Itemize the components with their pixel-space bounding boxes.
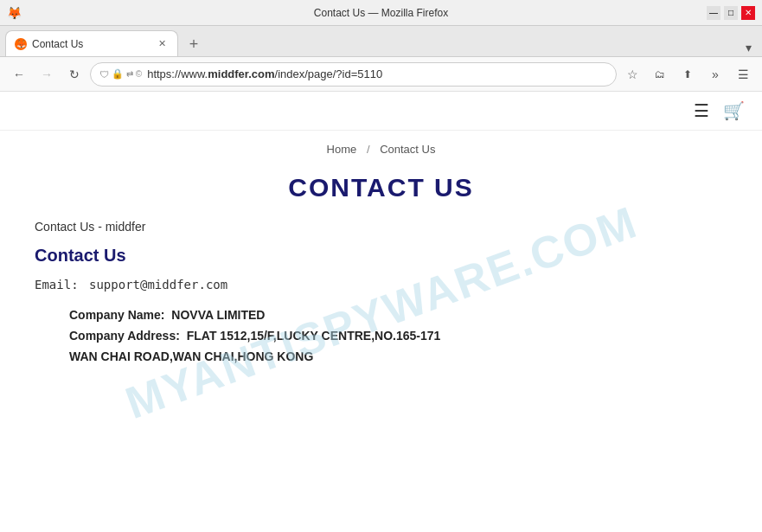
minimize-button[interactable]: — <box>707 6 720 20</box>
forward-button[interactable]: → <box>35 62 59 87</box>
tab-bar-right: ▾ <box>740 39 757 56</box>
menu-button[interactable]: ☰ <box>731 62 755 87</box>
tab-favicon: 🦊 <box>15 38 27 50</box>
bookmark-button[interactable]: ☆ <box>620 62 644 87</box>
title-bar: 🦊 Contact Us — Mozilla Firefox — □ ✕ <box>0 0 762 26</box>
lock-icon: 🔒 <box>112 68 124 80</box>
email-address: support@middfer.com <box>89 278 227 292</box>
contact-subtitle: Contact Us - middfer <box>35 220 727 234</box>
close-button[interactable]: ✕ <box>741 6 755 20</box>
company-address-value1: FLAT 1512,15/F,LUCKY CENTRE,NO.165-171 <box>187 329 441 343</box>
pocket-button[interactable]: 🗂 <box>648 62 672 87</box>
contact-details: Company Name: NOVVA LIMITED Company Addr… <box>35 305 727 367</box>
cart-button[interactable]: 🛒 <box>723 100 745 121</box>
reload-button[interactable]: ↻ <box>62 62 86 87</box>
company-address-label: Company Address: <box>69 329 180 343</box>
breadcrumb-current: Contact Us <box>380 143 435 156</box>
page-content: MYANTISPYWARE.COM ☰ 🛒 Home / Contact Us … <box>0 92 762 532</box>
company-name-line: Company Name: NOVVA LIMITED <box>69 305 727 326</box>
back-button[interactable]: ← <box>7 62 31 87</box>
hamburger-menu-button[interactable]: ☰ <box>694 100 709 121</box>
address-text: Home https://www.middfer.com/index/page/… <box>147 67 607 80</box>
window-title: Contact Us — Mozilla Firefox <box>314 7 448 19</box>
contact-email: Email: support@middfer.com <box>35 278 727 292</box>
maximize-button[interactable]: □ <box>724 6 738 20</box>
address-security-icons: 🛡 🔒 ⇄ © <box>99 68 142 80</box>
tab-title: Contact Us <box>32 38 150 50</box>
tab-list-button[interactable]: ▾ <box>740 39 757 56</box>
company-address-line1: Company Address: FLAT 1512,15/F,LUCKY CE… <box>69 326 727 347</box>
breadcrumb: Home / Contact Us <box>0 131 762 163</box>
site-header-icons: ☰ 🛒 <box>694 100 745 121</box>
share-button[interactable]: ⬆ <box>676 62 700 87</box>
url-domain: middfer.com <box>208 67 274 80</box>
active-tab[interactable]: 🦊 Contact Us ✕ <box>5 30 178 56</box>
firefox-logo: 🦊 <box>7 6 22 20</box>
new-tab-button[interactable]: + <box>182 32 206 56</box>
nav-bar: ← → ↻ 🛡 🔒 ⇄ © Home https://www.middfer.c… <box>0 57 762 92</box>
tab-close-button[interactable]: ✕ <box>155 37 169 51</box>
extra-icon: ⇄ © <box>126 69 142 79</box>
tab-bar: 🦊 Contact Us ✕ + ▾ <box>0 26 762 57</box>
window-controls: — □ ✕ <box>707 6 755 20</box>
breadcrumb-separator: / <box>367 143 370 156</box>
page-title: CONTACT US <box>0 173 762 202</box>
company-name-label: Company Name: <box>69 308 164 322</box>
page-title-section: CONTACT US <box>0 163 762 220</box>
company-address-line2: WAN CHAI ROAD,WAN CHAI,HONG KONG <box>69 347 727 368</box>
company-name: NOVVA LIMITED <box>171 308 265 322</box>
nav-right-icons: ☆ 🗂 ⬆ » ☰ <box>620 62 755 87</box>
extensions-button[interactable]: » <box>703 62 727 87</box>
shield-icon: 🛡 <box>99 69 109 80</box>
site-header: ☰ 🛒 <box>0 92 762 131</box>
breadcrumb-home[interactable]: Home <box>327 143 357 156</box>
address-bar[interactable]: 🛡 🔒 ⇄ © Home https://www.middfer.com/ind… <box>90 62 617 87</box>
contact-section: Contact Us - middfer Contact Us Email: s… <box>0 220 762 367</box>
email-label: Email: <box>35 278 79 292</box>
contact-heading: Contact Us <box>35 246 727 266</box>
